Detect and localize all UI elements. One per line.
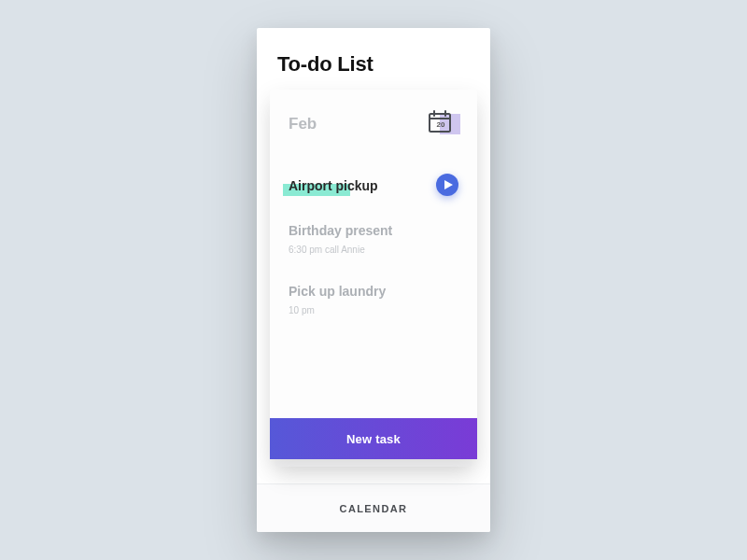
task-title: Pick up laundry	[289, 284, 386, 299]
page-title: To-do List	[277, 52, 470, 77]
play-button[interactable]	[436, 174, 458, 196]
new-task-button[interactable]: New task	[270, 418, 477, 459]
card-header: Feb 20	[270, 90, 477, 147]
task-title-text: Pick up laundry	[289, 284, 386, 299]
month-label: Feb	[289, 115, 317, 133]
header: To-do List	[257, 28, 490, 90]
task-subtitle: 6:30 pm call Annie	[289, 245, 458, 255]
task-title-text: Airport pickup	[289, 178, 378, 193]
task-item[interactable]: Pick up laundry 10 pm	[289, 270, 458, 330]
task-card: Feb 20 Airport pickup	[270, 90, 477, 459]
calendar-day-number: 20	[432, 120, 449, 129]
bottom-bar: CALENDAR	[257, 483, 490, 532]
task-title: Birthday present	[289, 223, 392, 238]
play-icon	[444, 180, 453, 189]
task-subtitle: 10 pm	[289, 305, 458, 315]
svg-marker-4	[444, 180, 453, 189]
calendar-icon[interactable]: 20	[427, 108, 458, 140]
task-title: Airport pickup	[289, 178, 378, 193]
phone-frame: To-do List Feb 20	[257, 28, 490, 532]
task-item[interactable]: Airport pickup	[289, 164, 458, 209]
task-title-text: Birthday present	[289, 223, 392, 238]
task-list: Airport pickup Birthday present 6:30 pm …	[270, 147, 477, 418]
new-task-label: New task	[346, 432, 401, 446]
task-item[interactable]: Birthday present 6:30 pm call Annie	[289, 209, 458, 270]
card-stack: Feb 20 Airport pickup	[270, 90, 477, 459]
calendar-tab[interactable]: CALENDAR	[340, 503, 408, 514]
